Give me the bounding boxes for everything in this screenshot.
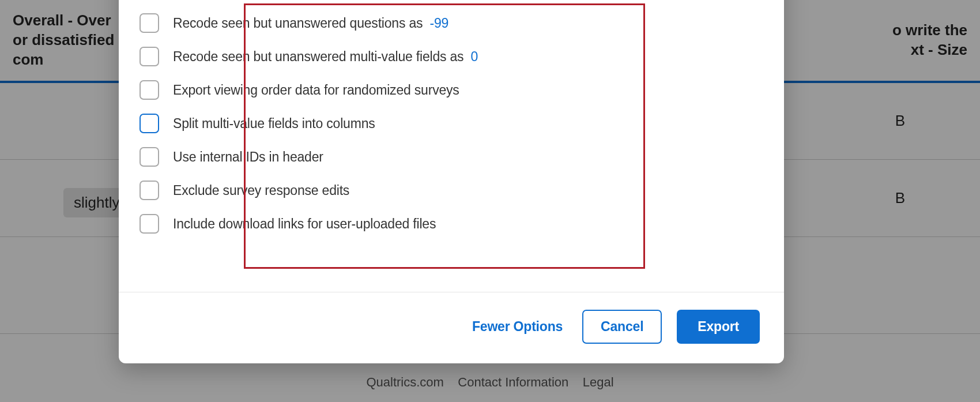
option-split-multivalue[interactable]: Split multi-value fields into columns (119, 107, 784, 140)
option-label: Recode seen but unanswered multi-value f… (173, 49, 478, 65)
checkbox-icon[interactable] (140, 147, 159, 167)
option-export-viewing-order[interactable]: Export viewing order data for randomized… (119, 73, 784, 107)
modal-footer: Fewer Options Cancel Export (119, 292, 784, 363)
fewer-options-button[interactable]: Fewer Options (468, 311, 567, 343)
export-button[interactable]: Export (677, 310, 760, 344)
option-label: Exclude survey response edits (173, 183, 349, 198)
option-label: Recode seen but unanswered questions as … (173, 16, 448, 31)
checkbox-icon[interactable] (140, 114, 159, 133)
checkbox-icon[interactable] (140, 13, 159, 33)
option-value[interactable]: -99 (430, 16, 449, 31)
checkbox-icon[interactable] (140, 181, 159, 200)
option-label: Include download links for user-uploaded… (173, 216, 436, 232)
export-options-modal: Recode seen but unanswered questions as … (119, 0, 784, 363)
option-label: Export viewing order data for randomized… (173, 82, 459, 98)
checkbox-icon[interactable] (140, 47, 159, 66)
cancel-button[interactable]: Cancel (582, 310, 662, 344)
checkbox-icon[interactable] (140, 80, 159, 100)
option-internal-ids[interactable]: Use internal IDs in header (119, 140, 784, 174)
option-recode-multivalue[interactable]: Recode seen but unanswered multi-value f… (119, 40, 784, 73)
option-exclude-edits[interactable]: Exclude survey response edits (119, 174, 784, 207)
option-label: Split multi-value fields into columns (173, 116, 375, 132)
option-value[interactable]: 0 (471, 49, 478, 64)
option-recode-unanswered[interactable]: Recode seen but unanswered questions as … (119, 6, 784, 40)
option-include-download-links[interactable]: Include download links for user-uploaded… (119, 207, 784, 241)
modal-body: Recode seen but unanswered questions as … (119, 0, 784, 292)
option-label: Use internal IDs in header (173, 149, 323, 165)
checkbox-icon[interactable] (140, 214, 159, 234)
